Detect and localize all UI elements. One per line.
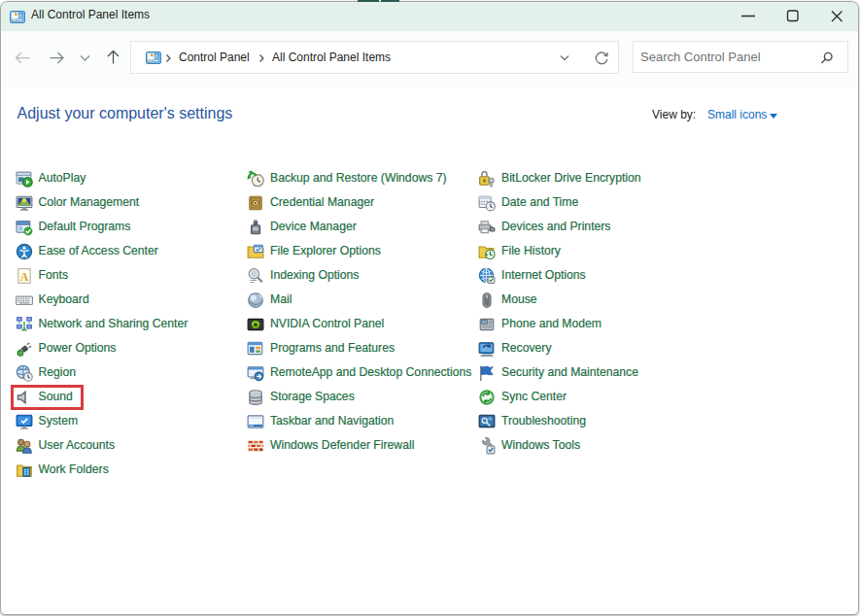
svg-text:A: A [19,269,28,283]
